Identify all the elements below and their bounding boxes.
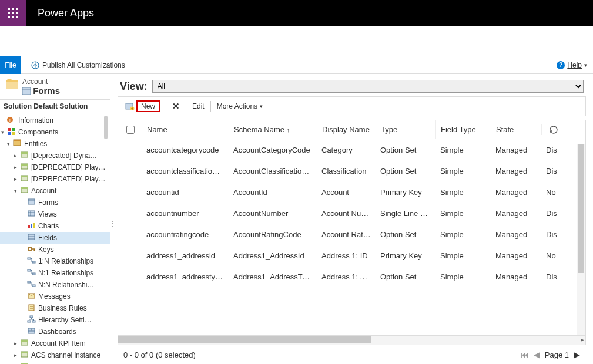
panel-drag-handle[interactable]: ⋮ bbox=[110, 219, 116, 228]
cell-state: Managed bbox=[491, 146, 541, 154]
app-launcher-button[interactable] bbox=[0, 0, 26, 26]
tree-item[interactable]: Fields bbox=[0, 232, 110, 244]
tree-item[interactable]: ▸[DEPRECATED] Play… bbox=[0, 173, 110, 185]
tree-item[interactable]: Messages bbox=[0, 291, 110, 302]
tree-item[interactable]: iInformation bbox=[0, 114, 110, 126]
tree-item[interactable]: Keys bbox=[0, 244, 110, 255]
help-button[interactable]: ? Help ▾ bbox=[557, 61, 587, 69]
svg-rect-33 bbox=[28, 225, 30, 228]
hscroll-thumb[interactable] bbox=[118, 336, 371, 343]
svg-rect-57 bbox=[21, 340, 28, 342]
svg-rect-53 bbox=[28, 328, 31, 331]
table-row[interactable]: accountclassificationc…AccountClassifica… bbox=[118, 160, 585, 181]
cell-display: Address 1: ID bbox=[317, 251, 376, 260]
svg-rect-7 bbox=[12, 16, 14, 18]
cell-display: Account Rating bbox=[317, 230, 376, 239]
table-row[interactable]: address1_addressidAddress1_AddressIdAddr… bbox=[118, 245, 585, 266]
col-header-state[interactable]: State bbox=[491, 120, 541, 139]
tree-expand-icon[interactable]: ▾ bbox=[7, 141, 13, 147]
tree-item[interactable]: Business Rules bbox=[0, 302, 110, 314]
cell-schema: AccountId bbox=[229, 188, 317, 197]
vscroll-thumb[interactable] bbox=[578, 144, 584, 273]
svg-rect-47 bbox=[29, 305, 34, 311]
tree-item[interactable]: ▸Account KPI Item bbox=[0, 338, 110, 349]
tree-expand-icon[interactable]: ▸ bbox=[14, 176, 20, 182]
tree-expand-icon[interactable]: ▸ bbox=[14, 164, 20, 170]
cell-name: accountcategorycode bbox=[142, 146, 229, 154]
publish-all-button[interactable]: Publish All Customizations bbox=[31, 60, 125, 70]
tree-item[interactable]: N:1 Relationships bbox=[0, 267, 110, 279]
tree-item-label: Fields bbox=[38, 234, 57, 242]
file-tab[interactable]: File bbox=[0, 56, 21, 74]
tree-expand-icon[interactable]: ▸ bbox=[14, 153, 20, 159]
table-row[interactable]: address1_addresstype…Address1_AddressTyp… bbox=[118, 266, 585, 287]
cell-type: Primary Key bbox=[376, 188, 435, 197]
cell-name: accountclassificationc… bbox=[142, 167, 229, 176]
svg-rect-42 bbox=[28, 269, 31, 271]
table-row[interactable]: accountratingcodeAccountRatingCodeAccoun… bbox=[118, 224, 585, 245]
tree-expand-icon[interactable]: ▸ bbox=[14, 341, 20, 346]
tree-item[interactable]: ▾Entities bbox=[0, 138, 110, 150]
tree-item[interactable]: 1:N Relationships bbox=[0, 255, 110, 267]
tree-item[interactable]: N:N Relationshi… bbox=[0, 279, 110, 291]
tree-item[interactable]: ▾Account bbox=[0, 185, 110, 197]
new-button[interactable]: New bbox=[122, 99, 163, 113]
svg-rect-55 bbox=[28, 331, 35, 333]
publish-icon bbox=[31, 60, 40, 70]
right-panel: ⋮ View: All New ✕ Edit bbox=[110, 74, 593, 364]
more-actions-button[interactable]: More Actions ▾ bbox=[213, 101, 266, 112]
tree-item[interactable]: Views bbox=[0, 208, 110, 220]
entity-icon bbox=[20, 350, 29, 360]
grid-vscrollbar[interactable] bbox=[577, 144, 585, 335]
tree-item[interactable]: ▾Components bbox=[0, 126, 110, 138]
edit-button[interactable]: Edit bbox=[189, 101, 208, 112]
tree-item-label: Messages bbox=[38, 292, 71, 301]
svg-rect-59 bbox=[21, 352, 28, 353]
tree-item[interactable]: Forms bbox=[0, 197, 110, 208]
select-all-checkbox[interactable] bbox=[126, 126, 135, 134]
solution-tree[interactable]: iInformation▾Components▾Entities▸[Deprec… bbox=[0, 113, 110, 364]
col-header-display[interactable]: Display Name bbox=[317, 120, 376, 139]
top-banner: Power Apps bbox=[0, 0, 593, 26]
svg-rect-1 bbox=[12, 8, 14, 10]
col-header-type[interactable]: Type bbox=[376, 120, 435, 139]
delete-button[interactable]: ✕ bbox=[169, 101, 183, 112]
col-header-name[interactable]: Name bbox=[142, 120, 229, 139]
tree-item[interactable]: Charts bbox=[0, 220, 110, 232]
tree-item[interactable]: Hierarchy Setti… bbox=[0, 314, 110, 326]
tree-item-label: Views bbox=[38, 210, 57, 218]
svg-text:i: i bbox=[9, 117, 11, 123]
tree-item[interactable]: ▸[DEPRECATED] Play… bbox=[0, 161, 110, 173]
tree-item[interactable]: ▸[Deprecated] Dyna… bbox=[0, 150, 110, 161]
tree-item-label: Components bbox=[18, 128, 58, 136]
breadcrumb-section: Forms bbox=[33, 86, 60, 96]
svg-rect-44 bbox=[28, 281, 31, 283]
table-row[interactable]: accountnumberAccountNumberAccount Num…Si… bbox=[118, 203, 585, 224]
svg-rect-6 bbox=[8, 16, 10, 18]
pager-next[interactable]: ▶ bbox=[574, 350, 580, 359]
hscroll-arrow-right[interactable]: ▸ bbox=[581, 336, 584, 343]
cell-name: accountratingcode bbox=[142, 230, 229, 239]
view-select[interactable]: All bbox=[152, 80, 584, 93]
table-row[interactable]: accountidAccountIdAccountPrimary KeySimp… bbox=[118, 181, 585, 203]
tree-item-label: Account KPI Item bbox=[31, 339, 86, 348]
tree-item[interactable]: ▸ACS channel instan… bbox=[0, 361, 110, 364]
cell-display: Category bbox=[317, 146, 376, 154]
tree-item[interactable]: ▸ACS channel instance bbox=[0, 349, 110, 361]
tree-expand-icon[interactable]: ▸ bbox=[14, 352, 20, 358]
tree-expand-icon[interactable]: ▾ bbox=[14, 188, 20, 194]
col-header-field[interactable]: Field Type bbox=[435, 120, 491, 139]
grid-hscrollbar[interactable]: ▸ bbox=[118, 335, 585, 345]
select-all-cell[interactable] bbox=[118, 124, 142, 136]
tree-item[interactable]: Dashboards bbox=[0, 326, 110, 338]
entity-icon bbox=[20, 339, 29, 348]
cell-type: Option Set bbox=[376, 167, 435, 176]
cell-name: accountnumber bbox=[142, 209, 229, 218]
refresh-button[interactable] bbox=[541, 124, 565, 135]
col-header-schema[interactable]: Schema Name↑ bbox=[229, 120, 317, 139]
tree-expand-icon[interactable]: ▾ bbox=[1, 129, 7, 135]
pager-prev[interactable]: ◀ bbox=[534, 350, 540, 359]
tree-scrollbar[interactable] bbox=[104, 116, 108, 139]
table-row[interactable]: accountcategorycodeAccountCategoryCodeCa… bbox=[118, 139, 585, 160]
pager-first[interactable]: ⏮ bbox=[521, 350, 529, 359]
